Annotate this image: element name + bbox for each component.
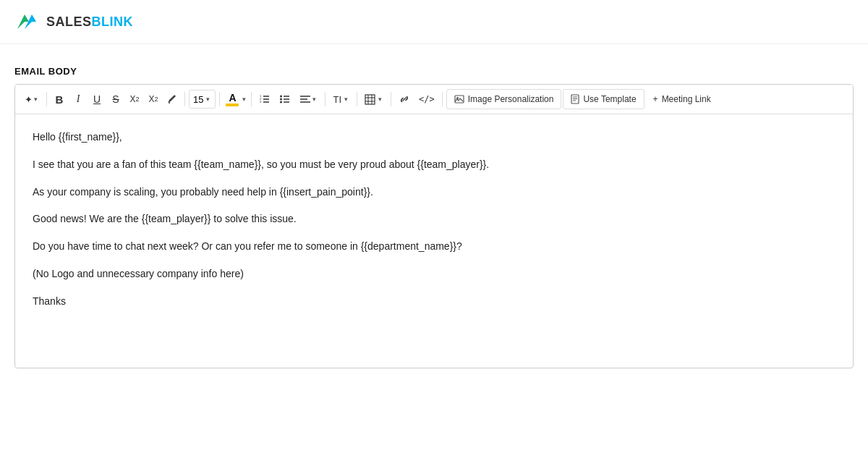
use-template-button[interactable]: Use Template (563, 89, 644, 109)
ordered-list-icon: 1 2 3 (259, 93, 271, 105)
font-size-button[interactable]: 15 ▾ (189, 90, 216, 109)
underline-button[interactable]: U (88, 90, 106, 109)
section-label: EMAIL BODY (14, 66, 854, 77)
meeting-link-label: Meeting Link (662, 94, 711, 104)
divider-1 (46, 92, 47, 106)
divider-7 (391, 92, 391, 106)
email-line-2: I see that you are a fan of this team {{… (33, 156, 835, 174)
divider-2 (184, 92, 185, 106)
superscript-button[interactable]: X2 (126, 90, 143, 109)
align-button[interactable]: ▾ (296, 90, 321, 109)
use-template-label: Use Template (583, 94, 636, 104)
table-button[interactable]: ▾ (361, 90, 387, 109)
meeting-link-button[interactable]: + Meeting Link (646, 89, 718, 109)
divider-6 (357, 92, 357, 106)
unordered-list-icon (279, 93, 291, 105)
email-line-6: (No Logo and unnecessary company info he… (33, 266, 835, 283)
strikethrough-button[interactable]: S (107, 90, 124, 109)
heading-button[interactable]: TI ▾ (329, 90, 353, 109)
font-color-button[interactable]: A (224, 90, 241, 109)
svg-text:3: 3 (260, 100, 262, 104)
salesblink-logo-icon (14, 9, 41, 35)
table-arrow: ▾ (377, 96, 383, 103)
use-template-icon (571, 94, 579, 104)
brush-button[interactable] (163, 90, 181, 109)
font-color-wrapper: A ▾ (224, 90, 247, 109)
main-content: EMAIL BODY ✦ ▾ B I U S X2 X2 (0, 44, 868, 383)
editor-body[interactable]: Hello {{first_name}}, I see that you are… (15, 114, 853, 368)
heading-arrow: ▾ (343, 96, 349, 103)
font-size-value: 15 (193, 94, 203, 105)
brush-icon (167, 94, 177, 104)
divider-4 (251, 92, 252, 106)
logo-text: SALESBLINK (46, 14, 133, 30)
logo-sales: SALES (46, 14, 92, 29)
font-size-arrow: ▾ (205, 96, 211, 103)
image-personalization-icon (454, 94, 464, 104)
italic-button[interactable]: I (69, 90, 87, 109)
magic-button[interactable]: ✦ ▾ (21, 90, 43, 109)
email-line-7: Thanks (33, 293, 835, 311)
email-line-1: Hello {{first_name}}, (33, 129, 835, 146)
email-line-5: Do you have time to chat next week? Or c… (33, 238, 835, 256)
image-personalization-label: Image Personalization (468, 94, 554, 104)
svg-rect-18 (365, 95, 375, 104)
divider-3 (219, 92, 220, 106)
editor-toolbar: ✦ ▾ B I U S X2 X2 (15, 85, 853, 114)
link-icon (399, 93, 410, 105)
header: SALESBLINK (0, 0, 868, 44)
svg-point-24 (456, 97, 459, 99)
divider-8 (442, 92, 443, 106)
code-button[interactable]: </> (415, 90, 438, 109)
font-color-arrow: ▾ (241, 96, 247, 103)
email-line-3: As your company is scaling, you probably… (33, 184, 835, 201)
svg-point-2 (169, 102, 170, 104)
link-button[interactable] (395, 90, 414, 109)
align-icon (299, 93, 311, 105)
magic-dropdown-arrow: ▾ (33, 96, 39, 103)
svg-point-13 (280, 98, 282, 101)
align-arrow: ▾ (311, 96, 318, 103)
table-icon (365, 94, 375, 105)
font-color-label: A (229, 92, 236, 104)
svg-marker-0 (17, 14, 29, 29)
divider-5 (325, 92, 326, 106)
bold-button[interactable]: B (51, 90, 68, 109)
logo: SALESBLINK (14, 9, 133, 35)
email-line-4: Good news! We are the {{team_player}} to… (33, 211, 835, 228)
logo-blink: BLINK (92, 14, 134, 29)
image-personalization-button[interactable]: Image Personalization (446, 89, 562, 109)
magic-icon: ✦ (25, 94, 33, 105)
svg-point-12 (280, 96, 282, 98)
unordered-list-button[interactable] (276, 90, 294, 109)
subscript-button[interactable]: X2 (145, 90, 162, 109)
meeting-link-plus: + (653, 94, 658, 104)
email-editor: ✦ ▾ B I U S X2 X2 (14, 84, 854, 368)
heading-label: TI (333, 94, 341, 105)
ordered-list-button[interactable]: 1 2 3 (255, 90, 274, 109)
color-bar (226, 104, 239, 106)
svg-point-14 (280, 101, 282, 104)
